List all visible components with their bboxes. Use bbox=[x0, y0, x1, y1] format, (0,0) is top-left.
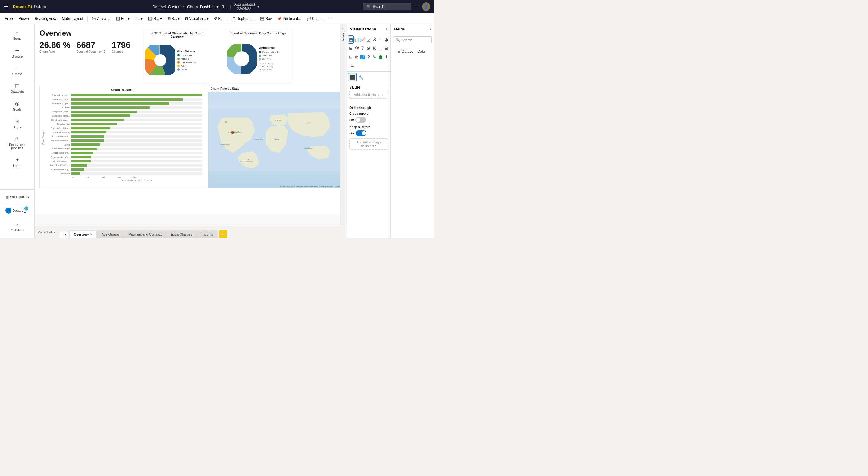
legend-competitor: Competitor bbox=[177, 54, 196, 57]
viz-icon-key-influencers[interactable]: ⬆ bbox=[384, 53, 389, 61]
tab-extra-charges[interactable]: Extra Charges bbox=[166, 230, 196, 238]
mobile-layout-button[interactable]: Mobile layout bbox=[59, 15, 86, 22]
updated-label: Data updated bbox=[233, 2, 255, 7]
tab-prev-icon[interactable]: ‹ bbox=[59, 232, 63, 238]
deployment-label: Deployment pipelines bbox=[4, 143, 30, 150]
contract-1-8k: 1.8K (26.87%) bbox=[258, 69, 279, 71]
tab-add-button[interactable]: + bbox=[219, 230, 227, 238]
cross-report-toggle[interactable] bbox=[355, 117, 366, 123]
workspaces-icon: ▦ bbox=[5, 195, 9, 199]
s-button[interactable]: 🔲 S... ▾ bbox=[146, 15, 164, 22]
sidebar-item-goals[interactable]: ◎ Goals bbox=[2, 98, 33, 114]
add-drill-through-fields[interactable]: Add drill-through fields here bbox=[349, 138, 388, 150]
collapse-filters-icon[interactable]: ‹‹ bbox=[342, 26, 345, 30]
tab-age-groups[interactable]: Age Groups bbox=[97, 230, 124, 238]
sidebar-item-databel[interactable]: D Databel 🌐 ▾ bbox=[2, 203, 33, 218]
b-button[interactable]: ▦ B... ▾ bbox=[165, 15, 182, 22]
ask-button[interactable]: 💬 Ask a ... bbox=[90, 15, 113, 22]
e-button[interactable]: 🔲 E... ▾ bbox=[113, 15, 132, 22]
viz-icon-gauge[interactable]: ◉ bbox=[366, 44, 372, 53]
t-button[interactable]: T... ▾ bbox=[133, 15, 145, 22]
format-icon[interactable]: ⬛ bbox=[348, 73, 356, 81]
viz-icon-kpi[interactable]: K bbox=[372, 44, 377, 53]
sidebar-item-browse[interactable]: ☰ Browse bbox=[2, 44, 33, 61]
sidebar-item-datasets[interactable]: ◫ Datasets bbox=[2, 80, 33, 96]
customer-count-value: 6687 bbox=[76, 41, 106, 50]
svg-text:ASIA: ASIA bbox=[306, 122, 310, 124]
fields-search-box[interactable]: 🔍 bbox=[393, 36, 432, 43]
competitor-dot bbox=[177, 54, 180, 56]
chevron-down-icon[interactable]: ▾ bbox=[257, 4, 259, 9]
viz-icon-pie[interactable]: ◕ bbox=[384, 35, 389, 44]
fields-search-icon: 🔍 bbox=[396, 38, 400, 42]
keep-filters-toggle[interactable] bbox=[355, 130, 367, 136]
viz-icon-funnel[interactable]: ⊽ bbox=[360, 44, 366, 53]
one-year-label: One Year bbox=[262, 58, 272, 61]
viz-icon-line[interactable]: 📈 bbox=[360, 35, 366, 44]
viz-icon-more[interactable]: ··· bbox=[357, 61, 365, 70]
powerbi-label: Power BI bbox=[13, 4, 32, 9]
viz-panel-header: Visualizations › bbox=[347, 24, 390, 34]
add-data-fields[interactable]: Add data fields here bbox=[349, 91, 388, 98]
sidebar-item-create[interactable]: + Create bbox=[2, 62, 33, 78]
sidebar-item-learn[interactable]: ✦ Learn bbox=[2, 154, 33, 170]
viz-icon-table[interactable]: ⊟ bbox=[383, 44, 389, 53]
sidebar-item-home[interactable]: ⌂ Home bbox=[2, 27, 33, 43]
bar-row-19: Deceased bbox=[44, 172, 202, 175]
viz-icon-filled-map[interactable]: 🗾 bbox=[360, 53, 366, 61]
analytics-icon[interactable]: 🔧 bbox=[356, 73, 365, 81]
separator-1 bbox=[87, 16, 88, 22]
viz-icon-ribbon[interactable]: 🎗 bbox=[372, 35, 377, 44]
viz-icon-decomp-tree[interactable]: 🌲 bbox=[378, 53, 383, 61]
viz-icon-scatter[interactable]: ⁖ bbox=[378, 35, 383, 44]
updated-date: 23/04/22 bbox=[237, 7, 251, 11]
legend-two-year: Two Year bbox=[258, 54, 279, 57]
viz-icon-smart-narrative[interactable]: ✎ bbox=[372, 53, 377, 61]
fields-search-container: 🔍 bbox=[391, 34, 434, 48]
tab-nav-controls[interactable]: ‹ › bbox=[59, 232, 68, 238]
sidebar-item-apps[interactable]: ⊞ Apps bbox=[2, 116, 33, 132]
viz-icon-matrix[interactable]: ⊞ bbox=[348, 53, 353, 61]
visual-in-button[interactable]: ⊡ Visual in... ▾ bbox=[183, 15, 211, 22]
more-toolbar-icon[interactable]: ··· bbox=[327, 15, 335, 22]
viz-panel-expand-icon[interactable]: › bbox=[386, 27, 387, 31]
sidebar-item-deployment[interactable]: ⟳ Deployment pipelines bbox=[2, 133, 33, 153]
r-button[interactable]: ↺ R... bbox=[212, 15, 226, 22]
viz-icon-treemap[interactable]: ⊞ bbox=[348, 44, 354, 53]
fields-tree-label: Databel - Data bbox=[402, 50, 425, 54]
reading-view-button[interactable]: Reading view bbox=[32, 15, 59, 22]
sidebar-item-workspaces[interactable]: ▦ Workspaces › bbox=[2, 192, 33, 202]
svg-point-6 bbox=[156, 56, 165, 65]
more-options-icon[interactable]: ··· bbox=[414, 4, 419, 10]
fields-search-input[interactable] bbox=[402, 38, 429, 42]
tab-insights[interactable]: Insights bbox=[197, 230, 218, 238]
file-menu[interactable]: File ▾ bbox=[2, 15, 16, 22]
viz-icon-column[interactable]: 📊 bbox=[354, 35, 360, 44]
apps-label: Apps bbox=[13, 125, 21, 129]
sidebar-item-get-data[interactable]: ↗ Get data bbox=[2, 220, 33, 235]
global-search[interactable]: 🔍 Search bbox=[363, 3, 411, 10]
viz-icon-area[interactable]: ◿ bbox=[366, 35, 371, 44]
tab-overview[interactable]: Overview ✕ bbox=[69, 230, 97, 238]
tab-next-icon[interactable]: › bbox=[64, 232, 68, 238]
viz-icon-waterfall[interactable]: ⊠ bbox=[354, 53, 359, 61]
goals-icon: ◎ bbox=[15, 101, 19, 106]
tab-payment[interactable]: Payment and Contract bbox=[124, 230, 166, 238]
world-map-svg: NORTH AMERICA SOUTH AMERICA EUROPE AFRIC… bbox=[208, 92, 341, 188]
fields-tree-databel[interactable]: › ⊞ Databel - Data bbox=[392, 48, 433, 55]
viz-icon-qna[interactable]: ? bbox=[366, 53, 371, 61]
view-menu[interactable]: View ▾ bbox=[16, 15, 32, 22]
tab-overview-close[interactable]: ✕ bbox=[90, 233, 92, 236]
viz-icon-map[interactable]: 🗺 bbox=[354, 44, 360, 53]
pin-button[interactable]: 📌 Pin to a d... bbox=[275, 15, 304, 22]
save-button[interactable]: 💾 Sav bbox=[258, 15, 274, 22]
duplicate-button[interactable]: ⊡ Duplicate... bbox=[230, 15, 257, 22]
fields-panel-collapse-icon[interactable]: › bbox=[430, 27, 431, 31]
cross-report-label: Cross-report bbox=[349, 112, 368, 116]
viz-icon-bar[interactable]: ▦ bbox=[348, 35, 353, 44]
user-avatar[interactable]: 👤 bbox=[422, 2, 430, 11]
viz-icon-slicer[interactable]: ≡ bbox=[348, 61, 356, 70]
hamburger-icon[interactable]: ☰ bbox=[4, 3, 8, 10]
viz-icon-card[interactable]: ▭ bbox=[378, 44, 383, 53]
chat-button[interactable]: 💬 Chat i... bbox=[304, 15, 327, 22]
